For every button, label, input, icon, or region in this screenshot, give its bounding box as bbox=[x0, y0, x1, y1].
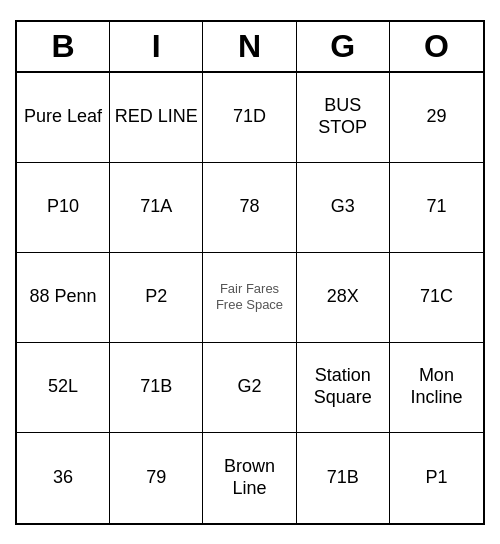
cell-r1-c3: G3 bbox=[297, 163, 390, 253]
cell-r1-c0: P10 bbox=[17, 163, 110, 253]
cell-r3-c2: G2 bbox=[203, 343, 296, 433]
bingo-grid: Pure LeafRED LINE71DBUS STOP29P1071A78G3… bbox=[17, 73, 483, 523]
bingo-card: BINGO Pure LeafRED LINE71DBUS STOP29P107… bbox=[15, 20, 485, 525]
cell-r2-c3: 28X bbox=[297, 253, 390, 343]
cell-r2-c0: 88 Penn bbox=[17, 253, 110, 343]
cell-r1-c2: 78 bbox=[203, 163, 296, 253]
cell-r0-c1: RED LINE bbox=[110, 73, 203, 163]
cell-r0-c2: 71D bbox=[203, 73, 296, 163]
cell-r2-c2: Fair Fares Free Space bbox=[203, 253, 296, 343]
cell-r3-c0: 52L bbox=[17, 343, 110, 433]
cell-r1-c1: 71A bbox=[110, 163, 203, 253]
cell-r0-c3: BUS STOP bbox=[297, 73, 390, 163]
cell-r4-c0: 36 bbox=[17, 433, 110, 523]
header-letter-i: I bbox=[110, 22, 203, 71]
cell-r0-c0: Pure Leaf bbox=[17, 73, 110, 163]
cell-r4-c4: P1 bbox=[390, 433, 483, 523]
cell-r1-c4: 71 bbox=[390, 163, 483, 253]
bingo-header: BINGO bbox=[17, 22, 483, 73]
cell-r3-c3: Station Square bbox=[297, 343, 390, 433]
cell-r2-c4: 71C bbox=[390, 253, 483, 343]
header-letter-n: N bbox=[203, 22, 296, 71]
cell-r3-c4: Mon Incline bbox=[390, 343, 483, 433]
cell-r4-c2: Brown Line bbox=[203, 433, 296, 523]
cell-r4-c3: 71B bbox=[297, 433, 390, 523]
cell-r4-c1: 79 bbox=[110, 433, 203, 523]
cell-r3-c1: 71B bbox=[110, 343, 203, 433]
header-letter-b: B bbox=[17, 22, 110, 71]
cell-r0-c4: 29 bbox=[390, 73, 483, 163]
header-letter-o: O bbox=[390, 22, 483, 71]
header-letter-g: G bbox=[297, 22, 390, 71]
cell-r2-c1: P2 bbox=[110, 253, 203, 343]
